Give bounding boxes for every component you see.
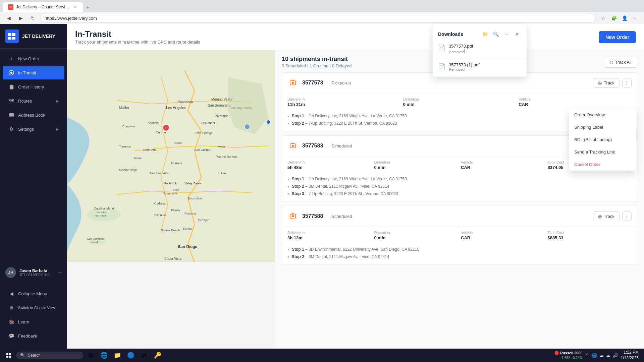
refresh-button[interactable]: ↻ xyxy=(28,13,38,23)
shipments-title: 10 shipments in-transit xyxy=(282,56,352,63)
track-button-1[interactable]: ◎ Track xyxy=(593,78,620,88)
track-btn-icon-3: ◎ xyxy=(598,214,602,219)
sidebar-item-collapse[interactable]: ◀ Collapse Menu xyxy=(3,287,64,300)
sidebar-item-routes[interactable]: 🗺 Routes ▶ xyxy=(3,94,64,108)
cloud-icon[interactable]: ☁ xyxy=(599,353,604,358)
onedrive-icon[interactable]: ☁ xyxy=(606,353,610,358)
browser-tab-active[interactable]: JD Jet Delivery – Courier Service, Sa...… xyxy=(3,2,83,12)
taskbar-app-task-view[interactable]: ⧉ xyxy=(85,349,97,361)
svg-point-68 xyxy=(292,82,294,84)
detail-label-detention-3: Detention xyxy=(374,231,459,235)
track-button-3[interactable]: ◎ Track xyxy=(593,212,620,221)
address-bar[interactable]: https://www.jetdelivery.com xyxy=(40,14,596,22)
more-menu-icon[interactable]: ⋯ xyxy=(631,13,640,23)
context-menu-item-cancel[interactable]: Cancel Order xyxy=(569,158,636,171)
taskbar-app-edge[interactable]: 🌐 xyxy=(98,349,110,361)
stop-item-2-2: ▾ Stop 2 – 3M Dental, 2111 Mcgaw Av, Irv… xyxy=(287,183,632,190)
collapse-icon: ◀ xyxy=(8,290,15,297)
sidebar-item-feedback[interactable]: 💬 Feedback xyxy=(3,329,64,343)
start-button[interactable] xyxy=(3,349,15,361)
speaker-icon[interactable]: 🔊 xyxy=(612,353,618,358)
download-item-1[interactable]: 📄 3577573.pdf Complete xyxy=(433,41,527,57)
shipments-panel: 10 shipments in-transit 9 Scheduled | 1 … xyxy=(275,50,644,349)
svg-text:Essential: Essential xyxy=(97,211,106,214)
download-item-2[interactable]: 📄 3577573 (1).pdf Removed xyxy=(433,60,527,74)
shipment-status-1: Picked-up xyxy=(327,80,351,85)
sidebar-item-new-order[interactable]: + New Order xyxy=(3,52,64,65)
detail-label-detention-2: Detention xyxy=(374,160,459,164)
back-button[interactable]: ◀ xyxy=(4,13,13,23)
sidebar-item-learn[interactable]: 📚 Learn xyxy=(3,315,64,328)
shipment-id-1: 3577573 xyxy=(302,80,323,86)
shipment-details-3: Delivery in 3h 13m Detention 0 min Vehic… xyxy=(282,227,637,244)
context-menu-item-tracking-link[interactable]: Send a Tracking Link xyxy=(569,146,636,158)
detail-label-delivery-1: Delivery in xyxy=(287,97,400,101)
tab-close-button[interactable]: × xyxy=(72,4,78,10)
svg-text:Poway: Poway xyxy=(171,208,180,212)
logo-text: JET DELIVERY xyxy=(22,34,55,39)
sidebar-item-label-address-book: Address Book xyxy=(18,113,45,118)
chevron-up-icon[interactable]: ⌃ xyxy=(585,353,589,358)
sidebar-item-order-history[interactable]: 📋 Order History xyxy=(3,80,64,94)
download-info-2: 3577573 (1).pdf Removed xyxy=(449,62,521,71)
context-menu-item-bol[interactable]: BOL (Bill of Lading) xyxy=(569,133,636,146)
downloads-close-icon[interactable]: ✕ xyxy=(513,30,521,38)
taskbar-app-chrome[interactable]: 🔵 xyxy=(125,349,137,361)
forward-button[interactable]: ▶ xyxy=(16,13,25,23)
star-icon[interactable]: ☆ xyxy=(598,13,608,23)
context-menu-item-shipping-label[interactable]: Shipping Label xyxy=(569,121,636,133)
svg-text:Irvine: Irvine xyxy=(134,157,142,160)
track-all-button[interactable]: ◎ Track All xyxy=(604,57,637,68)
more-button-3[interactable]: ⋮ xyxy=(622,212,632,221)
sidebar: JET DELIVERY + New Order In Transit xyxy=(0,24,67,349)
profile-icon[interactable]: 👤 xyxy=(620,13,629,23)
routes-chevron-icon: ▶ xyxy=(56,99,59,103)
user-name: Jason Barbata xyxy=(19,268,54,273)
user-info[interactable]: JB Jason Barbata JET DELIVERY, INC → xyxy=(0,264,67,281)
taskbar-app-store[interactable]: 🛍 xyxy=(138,349,150,361)
logout-icon[interactable]: → xyxy=(57,270,62,275)
shipment-stops-2: ▾ Stop 1 – Jet Delivery, Inc, 2169 Wrigh… xyxy=(282,174,637,201)
shipment-icon-2 xyxy=(287,140,298,151)
svg-text:Riverside: Riverside xyxy=(215,114,229,118)
detail-value-cost-3: $885.33 xyxy=(548,235,632,240)
sidebar-item-label-settings: Settings xyxy=(18,127,34,132)
shipment-status-3: Scheduled xyxy=(327,214,352,219)
network-icon[interactable]: 🌐 xyxy=(591,353,597,358)
extensions-icon[interactable]: 🧩 xyxy=(609,13,619,23)
stop-text-2-2: Stop 2 – 3M Dental, 2111 Mcgaw Av, Irvin… xyxy=(292,184,389,189)
svg-rect-1 xyxy=(12,33,15,36)
taskbar-app-password[interactable]: 🔑 xyxy=(152,349,164,361)
context-menu-item-overview[interactable]: Order Overview xyxy=(569,109,636,121)
feedback-icon: 💬 xyxy=(8,333,15,339)
taskbar-search-text: Search xyxy=(28,353,41,358)
sidebar-item-in-transit[interactable]: In Transit xyxy=(3,66,64,79)
svg-text:Solana Beach: Solana Beach xyxy=(161,229,180,232)
sidebar-item-classic-view[interactable]: 🖥 Switch to Classic View xyxy=(3,301,64,314)
shipment-id-3: 3577588 xyxy=(302,213,323,219)
tab-title: Jet Delivery – Courier Service, Sa... xyxy=(16,5,70,9)
sidebar-divider xyxy=(5,284,62,284)
shipment-icon-3 xyxy=(287,211,298,222)
svg-text:Mission Viejo: Mission Viejo xyxy=(119,168,137,172)
downloads-more-icon[interactable]: ⋯ xyxy=(502,30,511,38)
taskbar-date: 1/13/2025 xyxy=(621,355,639,361)
more-button-1[interactable]: ⋮ xyxy=(622,78,632,87)
taskbar-search[interactable]: 🔍 Search xyxy=(16,352,83,359)
svg-rect-3 xyxy=(12,37,15,40)
taskbar-clock[interactable]: 1:22 PM 1/13/2025 xyxy=(621,350,641,361)
map-svg: Catalina Island Essential Fish Habitat S… xyxy=(67,50,275,262)
download-info-1: 3577573.pdf Complete xyxy=(449,44,521,54)
downloads-folder-icon[interactable]: 📁 xyxy=(481,30,489,38)
svg-text:Pasadena: Pasadena xyxy=(178,100,193,104)
new-order-button[interactable]: New Order xyxy=(599,31,636,43)
sidebar-item-address-book[interactable]: 📖 Address Book xyxy=(3,108,64,122)
stop-item-2-1: ▾ Stop 1 – Jet Delivery, Inc, 2169 Wrigh… xyxy=(287,175,632,183)
svg-text:San Diego: San Diego xyxy=(178,244,198,249)
sidebar-item-settings[interactable]: ⚙ Settings ▶ xyxy=(3,122,64,136)
downloads-search-icon[interactable]: 🔍 xyxy=(492,30,500,38)
new-tab-button[interactable]: + xyxy=(83,3,93,12)
taskbar-time: 1:22 PM xyxy=(621,350,639,355)
taskbar-app-explorer[interactable]: 📁 xyxy=(111,349,123,361)
routes-icon: 🗺 xyxy=(8,98,15,104)
